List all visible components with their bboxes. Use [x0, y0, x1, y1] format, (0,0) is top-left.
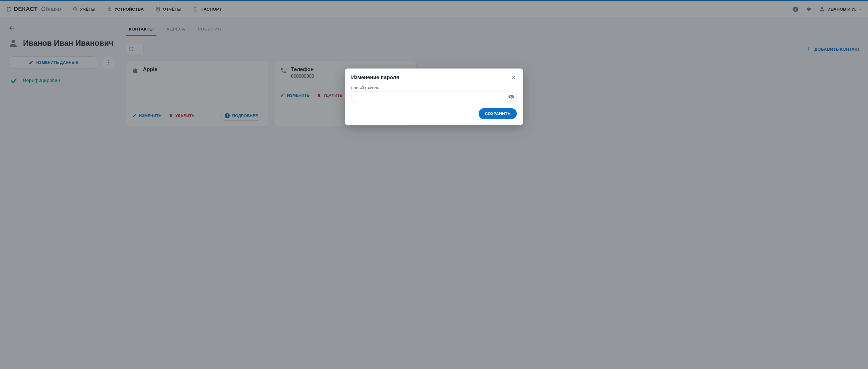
- save-button[interactable]: СОХРАНИТЬ: [478, 108, 517, 119]
- modal-title: Изменение пароля: [351, 75, 399, 81]
- field-label: НОВЫЙ ПАРОЛЬ: [351, 86, 517, 90]
- change-password-modal: Изменение пароля НОВЫЙ ПАРОЛЬ СОХРАНИТЬ: [345, 68, 523, 125]
- save-label: СОХРАНИТЬ: [485, 111, 510, 116]
- close-icon[interactable]: [510, 74, 517, 81]
- eye-icon[interactable]: [508, 93, 515, 100]
- modal-scrim[interactable]: Изменение пароля НОВЫЙ ПАРОЛЬ СОХРАНИТЬ: [0, 0, 868, 133]
- new-password-input[interactable]: [351, 91, 517, 102]
